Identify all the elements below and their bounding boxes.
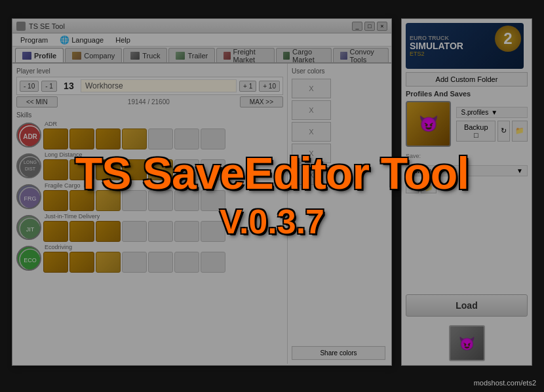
watermark: modshost.com/ets2 bbox=[474, 379, 536, 387]
screenshot-container: TS SE Tool _ □ × Program 🌐 Language Help… bbox=[0, 0, 544, 392]
dark-overlay bbox=[0, 0, 544, 392]
